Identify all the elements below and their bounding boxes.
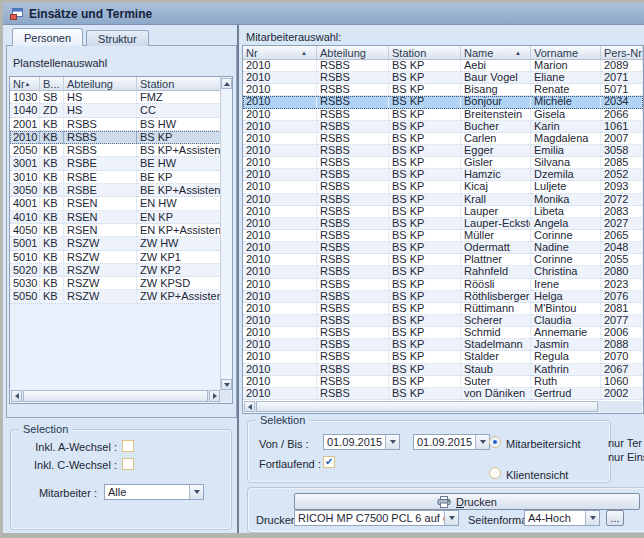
table-row[interactable]: 3001KBRSBEBE HW [10,157,221,170]
table-row[interactable]: 2010RSBSBS KPMüllerCorinne2065 [243,230,643,242]
table-row[interactable]: 2010RSBSBS KPStalderRegula2070 [243,351,643,363]
table-row[interactable]: 5030KBRSZWZW KPSD [10,277,221,290]
table-row[interactable]: 2010RSBSBS KPEggerEmilia3058 [243,145,643,157]
vertical-scrollbar[interactable] [220,78,231,390]
table-row[interactable]: 2010RSBSBS KPRüttimannM'Bintou2081 [243,303,643,315]
panel-splitter[interactable] [237,25,239,533]
dropdown-button[interactable] [585,511,599,525]
column-header[interactable]: Pers-Nr [601,46,643,59]
scrollbar-thumb[interactable] [256,401,598,412]
scroll-left-button[interactable] [11,390,22,402]
table-row[interactable]: 2010RSBSBS KPBucherKarin1061 [243,121,643,133]
table-row[interactable]: 2010RSBSBS KPSchererClaudia2077 [243,315,643,327]
table-cell: Helga [531,291,601,303]
table-row[interactable]: 2010RSBSBS KPRahnfeldChristina2080 [243,266,643,278]
table-row[interactable]: 1040ZDHSCC [10,104,221,117]
table-cell: 3001 [10,157,40,170]
chevron-down-icon [194,490,200,494]
table-cell: Jasmin [531,339,601,351]
column-header[interactable]: Station [137,77,221,90]
table-row[interactable]: 5001KBRSZWZW HW [10,237,221,250]
seitenformat-dropdown[interactable]: A4-Hoch [524,510,600,526]
table-cell: RSBS [317,315,389,327]
mitarbeiter-dropdown[interactable]: Alle [104,484,204,500]
scroll-up-button[interactable] [221,78,232,89]
table-cell: RSBS [317,121,389,133]
column-header[interactable]: Abteilung [317,46,389,59]
table-row[interactable]: 2010RSBSBS KPRöösliIrene2023 [243,279,643,291]
table-row[interactable]: 2010KBRSBSBS KP [10,131,221,144]
table-row[interactable]: 4001KBRSENEN HW [10,197,221,210]
table-row[interactable]: 5050KBRSZWZW KP+Assistenz [10,290,221,303]
klientensicht-radio[interactable] [489,467,501,479]
table-row[interactable]: 2001KBRSBSBS HW [10,118,221,131]
table-row[interactable]: 2010RSBSBS KPOdermattNadine2048 [243,242,643,254]
inkl-a-wechsel-checkbox[interactable] [122,440,134,452]
tab-personen[interactable]: Personen [12,28,83,46]
scroll-right-button[interactable] [209,390,220,402]
column-header[interactable]: Abteilung [64,77,137,90]
scrollbar-thumb[interactable] [23,390,208,402]
table-row[interactable]: 2010RSBSBS KPvon DänikenGertrud2002 [243,388,643,400]
column-header[interactable]: Vorname [531,46,601,59]
dropdown-button[interactable] [444,511,458,525]
fortlaufend-checkbox[interactable] [323,456,335,468]
column-header[interactable]: B... [40,77,64,90]
tab-struktur[interactable]: Struktur [86,30,149,46]
table-row[interactable]: 3050KBRSBEBE KP+Assistenz [10,184,221,197]
column-header[interactable]: Name▲ [461,46,531,59]
mitarbeitersicht-radio[interactable] [489,436,501,448]
table-row[interactable]: 2010RSBSBS KPStaubKathrin2067 [243,364,643,376]
horizontal-scrollbar[interactable] [11,390,220,402]
table-row[interactable]: 2010RSBSBS KPBonjourMichèle2034 [243,96,643,108]
dropdown-button[interactable] [475,435,489,449]
table-row[interactable]: 2010RSBSBS KPAebiMarion2089 [243,60,643,72]
table-row[interactable]: 2010RSBSBS KPKrallMonika2072 [243,194,643,206]
table-row[interactable]: 2010RSBSBS KPLauperLibeta2083 [243,206,643,218]
table-row[interactable]: 2010RSBSBS KPRöthlisbergerHelga2076 [243,291,643,303]
date-from-picker[interactable]: 01.09.2015 [323,434,400,450]
table-row[interactable]: 5010KBRSZWZW KP1 [10,251,221,264]
drucker-dropdown[interactable]: RICOH MP C7500 PCL 6 auf domissrv01 (um [294,510,459,526]
table-cell: Kathrin [531,364,601,376]
table-cell: 3010 [10,171,40,184]
date-to-picker[interactable]: 01.09.2015 [413,434,490,450]
drucken-button[interactable]: Drucken [294,493,640,510]
table-row[interactable]: 2010RSBSBS KPGislerSilvana2085 [243,157,643,169]
table-row[interactable]: 2010RSBSBS KPBreitensteinGisela2066 [243,109,643,121]
dropdown-button[interactable] [385,435,399,449]
inkl-c-wechsel-checkbox[interactable] [122,458,134,470]
column-header[interactable]: Station [389,46,461,59]
table-cell: 2001 [10,118,40,131]
table-cell: 2072 [601,194,643,206]
table-cell: Gisler [461,157,531,169]
table-row[interactable]: 2010RSBSBS KPPlattnerCorinne2055 [243,254,643,266]
table-row[interactable]: 2010RSBSBS KPLauper-EcksteinAngela2027 [243,218,643,230]
column-header[interactable]: Nr▲ [243,46,317,59]
table-row[interactable]: 2010RSBSBS KPCarlenMagdalena2007 [243,133,643,145]
table-cell: 2071 [601,72,643,84]
table-row[interactable]: 2010RSBSBS KPSchmidAnnemarie2006 [243,327,643,339]
table-row[interactable]: 4050KBRSENEN KP+Assistenz [10,224,221,237]
table-row[interactable]: 2050KBRSBSBS KP+Assistenz [10,144,221,157]
table-row[interactable]: 2010RSBSBS KPKicajLuljete2093 [243,181,643,193]
table-row[interactable]: 2010RSBSBS KPBisangRenate5071 [243,84,643,96]
horizontal-scrollbar[interactable] [244,401,642,412]
scroll-left-button[interactable] [244,401,255,412]
dropdown-button[interactable] [189,485,203,499]
table-row[interactable]: 2010RSBSBS KPSuterRuth1060 [243,376,643,388]
table-cell: RSBS [317,242,389,254]
scrollbar-corner [220,390,231,402]
table-row[interactable]: 2010RSBSBS KPStadelmannJasmin2088 [243,339,643,351]
table-row[interactable]: 5020KBRSZWZW KP2 [10,264,221,277]
titlebar[interactable]: Einsätze und Termine [3,3,644,25]
table-row[interactable]: 2010RSBSBS KPBaur VogelEliane2071 [243,72,643,84]
table-cell: Plattner [461,254,531,266]
table-row[interactable]: 4010KBRSENEN KP [10,211,221,224]
browse-button[interactable]: ... [606,510,624,526]
table-row[interactable]: 3010KBRSBEBE KP [10,171,221,184]
column-header[interactable]: Nr▲ [10,77,40,90]
table-row[interactable]: 1030SBHSFMZ [10,91,221,104]
table-row[interactable]: 2010RSBSBS KPHamzicDzemila2052 [243,169,643,181]
scroll-down-button[interactable] [221,379,232,390]
